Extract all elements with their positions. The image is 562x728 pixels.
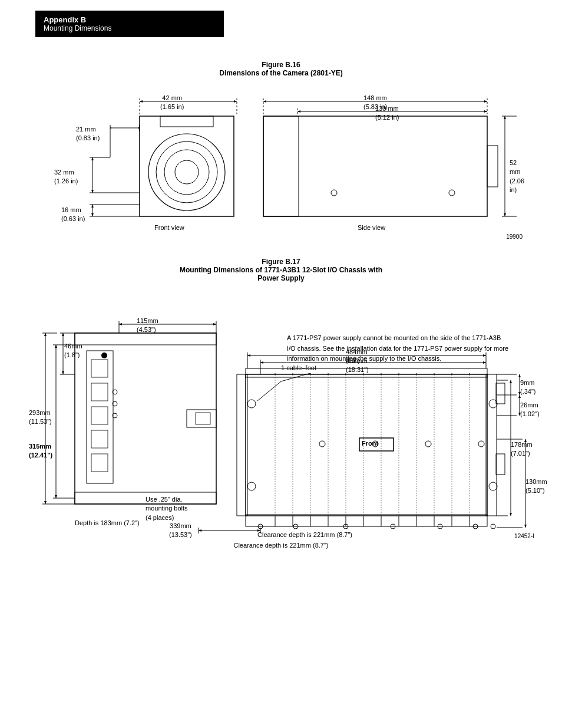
- svg-rect-6: [263, 116, 487, 216]
- svg-marker-122: [62, 333, 64, 336]
- dim-21mm: 21 mm(0.83 in): [76, 125, 100, 143]
- dim-9mm: 9mm(.34"): [520, 378, 536, 397]
- svg-rect-52: [91, 430, 108, 448]
- appendix-subtitle: Mounting Dimensions: [44, 24, 216, 32]
- fig-b16-drawing: 42 mm(1.65 in) 21 mm(0.83 in) 32 mm(1.26…: [34, 81, 528, 240]
- svg-marker-39: [91, 190, 94, 193]
- fig-b16-container: Figure B.16 Dimensions of the Camera (28…: [34, 61, 528, 240]
- svg-marker-151: [518, 374, 521, 377]
- svg-line-172: [257, 381, 281, 401]
- fig-b17-drawing: 46mm(1.8") 115mm(4.53") 293mm(11.53") 31…: [28, 286, 534, 539]
- svg-point-8: [331, 190, 337, 196]
- dim-130mm: 130mm(5.10"): [525, 477, 547, 496]
- svg-marker-43: [91, 205, 94, 207]
- svg-marker-166: [524, 525, 527, 528]
- svg-marker-44: [91, 213, 94, 216]
- fig-b16-ref: 19900: [506, 233, 523, 240]
- svg-marker-34: [504, 213, 506, 216]
- svg-marker-161: [510, 513, 512, 516]
- clearance-depth: Clearance depth is 221mm (8.7"): [257, 531, 352, 539]
- dim-339mm: 339mm(13.53"): [169, 522, 192, 540]
- dim-115mm: 115mm(4.53"): [137, 317, 158, 335]
- svg-marker-138: [44, 501, 47, 504]
- svg-marker-146: [260, 361, 263, 364]
- header-box: Appendix B Mounting Dimensions: [35, 11, 224, 37]
- svg-point-109: [489, 482, 497, 490]
- svg-point-114: [425, 441, 431, 447]
- front-label: Front view: [154, 223, 184, 232]
- svg-marker-25: [484, 100, 487, 103]
- svg-point-2: [156, 141, 217, 203]
- svg-marker-127: [119, 323, 122, 325]
- svg-rect-51: [91, 407, 108, 424]
- svg-point-1: [148, 134, 225, 210]
- dim-315mm: 315mm(12.41"): [29, 442, 52, 460]
- dim-130mm: 130 mm(5.12 in): [375, 104, 399, 123]
- svg-point-3: [164, 150, 209, 195]
- dim-mounting: Use .25" dia. mounting bolts (4 places): [146, 495, 188, 522]
- svg-marker-128: [213, 323, 216, 325]
- svg-marker-123: [62, 371, 64, 374]
- fig-b17-desc2: Power Supply: [28, 274, 534, 282]
- svg-rect-58: [187, 410, 216, 427]
- svg-point-112: [319, 441, 325, 447]
- side-label: Side view: [358, 223, 385, 232]
- svg-rect-5: [160, 116, 213, 127]
- svg-point-115: [478, 441, 484, 447]
- svg-rect-48: [87, 351, 113, 483]
- appendix-title: Appendix B: [44, 15, 216, 24]
- svg-marker-160: [510, 380, 512, 383]
- svg-rect-10: [487, 146, 498, 187]
- svg-marker-28: [297, 110, 300, 113]
- fig-b17-num: Figure B.17: [28, 258, 534, 266]
- dim-32mm: 32 mm(1.26 in): [54, 168, 78, 186]
- svg-rect-50: [91, 383, 108, 401]
- svg-marker-38: [91, 157, 94, 160]
- front-label: Front: [362, 439, 378, 448]
- svg-point-54: [101, 353, 107, 358]
- fig-b16-desc: Dimensions of the Camera (2801-YE): [34, 69, 528, 77]
- fig-b17-ref: 12452-I: [514, 533, 534, 539]
- svg-marker-170: [199, 529, 201, 532]
- dim-16mm: 16 mm(0.63 in): [61, 206, 85, 224]
- svg-rect-7: [263, 116, 299, 216]
- svg-rect-53: [91, 454, 108, 472]
- svg-rect-45: [75, 333, 216, 504]
- svg-point-9: [449, 190, 455, 196]
- dim-42mm: 42 mm(1.65 in): [160, 94, 184, 112]
- dim-178mm: 178mm(7.01"): [511, 440, 533, 459]
- clearance-text: Clearance depth is 221mm (8.7"): [28, 542, 534, 549]
- svg-rect-62: [246, 515, 487, 526]
- svg-marker-24: [263, 100, 266, 103]
- svg-marker-132: [55, 345, 57, 348]
- svg-marker-142: [247, 354, 250, 357]
- svg-rect-117: [496, 383, 505, 404]
- svg-point-108: [247, 482, 256, 490]
- fig-b17-container: Figure B.17 Mounting Dimensions of 1771-…: [28, 258, 534, 549]
- note-text: A 1771-PS7 power supply cannot be mounte…: [287, 333, 511, 364]
- svg-rect-49: [91, 360, 108, 377]
- fig-b17-desc1: Mounting Dimensions of 1771-A3B1 12-Slot…: [28, 266, 534, 274]
- svg-marker-137: [44, 333, 47, 336]
- svg-marker-33: [504, 116, 506, 119]
- cable-label: 1 cable–foot: [281, 364, 316, 373]
- fig-b16-title: Figure B.16 Dimensions of the Camera (28…: [34, 61, 528, 77]
- dim-depth: Depth is 183mm (7.2"): [75, 519, 140, 528]
- svg-point-107: [491, 524, 495, 529]
- svg-marker-15: [234, 100, 237, 103]
- dim-46mm: 46mm(1.8"): [64, 342, 82, 360]
- svg-rect-59: [196, 413, 210, 424]
- svg-marker-133: [55, 495, 57, 498]
- svg-rect-118: [496, 454, 505, 475]
- svg-point-4: [175, 160, 199, 184]
- dim-293mm: 293mm(11.53"): [29, 409, 52, 427]
- svg-point-110: [247, 400, 256, 408]
- fig-b16-num: Figure B.16: [34, 61, 528, 69]
- svg-marker-29: [484, 110, 487, 113]
- dim-26mm: 26mm(1.02"): [520, 401, 540, 419]
- fig-b17-title: Figure B.17 Mounting Dimensions of 1771-…: [28, 258, 534, 282]
- svg-marker-14: [140, 100, 143, 103]
- svg-rect-0: [140, 116, 234, 216]
- svg-rect-46: [75, 333, 216, 345]
- dim-52mm: 52 mm(2.06 in): [510, 159, 528, 195]
